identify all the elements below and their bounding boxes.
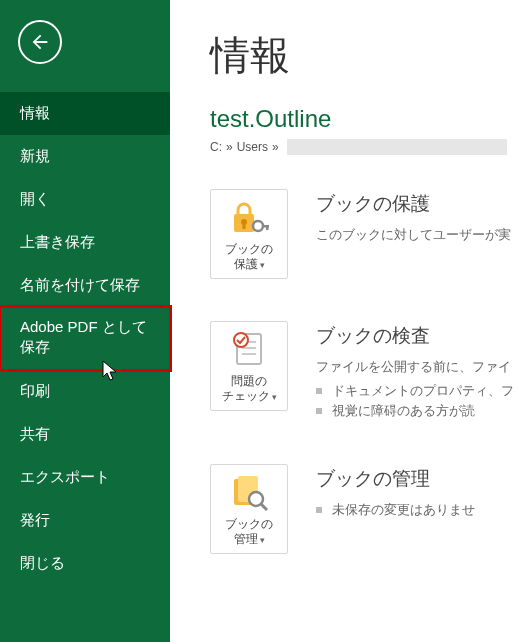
breadcrumb-sep: » xyxy=(226,140,233,154)
list-item: ドキュメントのプロパティ、フ xyxy=(316,381,530,402)
nav-label: 名前を付けて保存 xyxy=(20,276,140,293)
section-desc: ファイルを公開する前に、ファイ xyxy=(316,357,530,377)
section-protect: ブックの 保護▾ ブックの保護 このブックに対してユーザーが実 xyxy=(210,189,530,279)
nav-label: 開く xyxy=(20,190,50,207)
backstage-sidebar: 情報 新規 開く 上書き保存 名前を付けて保存 Adobe PDF として保存 … xyxy=(0,0,170,642)
documents-magnifier-icon xyxy=(228,473,270,513)
breadcrumb: C: » Users » xyxy=(210,139,530,155)
nav-item-close[interactable]: 閉じる xyxy=(0,542,170,585)
back-button[interactable] xyxy=(18,20,62,64)
check-for-issues-button[interactable]: 問題の チェック▾ xyxy=(210,321,288,411)
section-title: ブックの検査 xyxy=(316,323,530,349)
breadcrumb-part: C: xyxy=(210,140,222,154)
bullet-list: 未保存の変更はありませ xyxy=(316,500,530,521)
list-item: 未保存の変更はありませ xyxy=(316,500,530,521)
breadcrumb-redacted xyxy=(287,139,507,155)
page-title: 情報 xyxy=(210,28,530,83)
file-name: test.Outline xyxy=(210,105,530,133)
svg-point-10 xyxy=(234,333,248,347)
nav-item-save-as-adobe-pdf[interactable]: Adobe PDF として保存 xyxy=(0,307,170,370)
chevron-down-icon: ▾ xyxy=(260,260,265,270)
section-manage: ブックの 管理▾ ブックの管理 未保存の変更はありませ xyxy=(210,464,530,554)
nav-item-save-as[interactable]: 名前を付けて保存 xyxy=(0,264,170,307)
list-item: 視覚に障碍のある方が読 xyxy=(316,401,530,422)
nav-item-save[interactable]: 上書き保存 xyxy=(0,221,170,264)
nav-label: 新規 xyxy=(20,147,50,164)
arrow-left-icon xyxy=(29,31,51,53)
nav-label: 共有 xyxy=(20,425,50,442)
nav-item-open[interactable]: 開く xyxy=(0,178,170,221)
svg-rect-5 xyxy=(266,225,269,230)
nav-label: 閉じる xyxy=(20,554,65,571)
breadcrumb-part: Users xyxy=(237,140,268,154)
section-title: ブックの管理 xyxy=(316,466,530,492)
chevron-down-icon: ▾ xyxy=(272,392,277,402)
svg-point-3 xyxy=(253,221,263,231)
nav-item-export[interactable]: エクスポート xyxy=(0,456,170,499)
bullet-list: ドキュメントのプロパティ、フ 視覚に障碍のある方が読 xyxy=(316,381,530,423)
nav-label: 印刷 xyxy=(20,382,50,399)
breadcrumb-sep: » xyxy=(272,140,279,154)
nav-item-info[interactable]: 情報 xyxy=(0,92,170,135)
nav-label: エクスポート xyxy=(20,468,110,485)
lock-key-icon xyxy=(228,198,270,238)
document-check-icon xyxy=(228,330,270,370)
nav-label: 上書き保存 xyxy=(20,233,95,250)
main-panel: 情報 test.Outline C: » Users » xyxy=(170,0,530,642)
section-inspect: 問題の チェック▾ ブックの検査 ファイルを公開する前に、ファイ ドキュメントの… xyxy=(210,321,530,422)
protect-workbook-button[interactable]: ブックの 保護▾ xyxy=(210,189,288,279)
svg-point-13 xyxy=(249,492,263,506)
nav-item-print[interactable]: 印刷 xyxy=(0,370,170,413)
nav-item-publish[interactable]: 発行 xyxy=(0,499,170,542)
nav-item-new[interactable]: 新規 xyxy=(0,135,170,178)
nav-item-share[interactable]: 共有 xyxy=(0,413,170,456)
nav-label: Adobe PDF として保存 xyxy=(20,318,147,355)
svg-line-14 xyxy=(261,504,267,510)
nav-label: 発行 xyxy=(20,511,50,528)
manage-workbook-button[interactable]: ブックの 管理▾ xyxy=(210,464,288,554)
nav-label: 情報 xyxy=(20,104,50,121)
svg-rect-2 xyxy=(243,223,246,229)
section-desc: このブックに対してユーザーが実 xyxy=(316,225,530,245)
section-title: ブックの保護 xyxy=(316,191,530,217)
chevron-down-icon: ▾ xyxy=(260,535,265,545)
